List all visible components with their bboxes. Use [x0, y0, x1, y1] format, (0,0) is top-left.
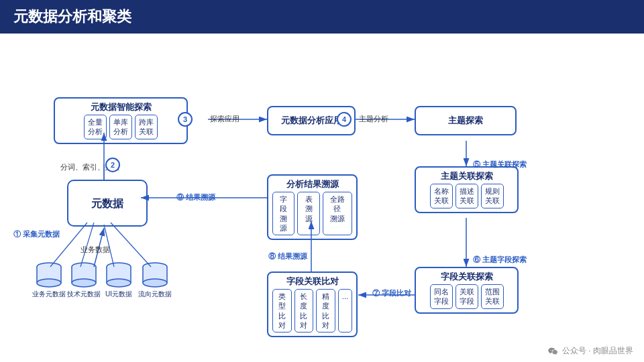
field-related-search-subs: 同名字段 关联字段 范围关联 — [416, 284, 517, 312]
svg-point-19 — [37, 279, 61, 287]
analysis-result-trace-title: 分析结果溯源 — [268, 176, 356, 192]
cylinder-tech-label: 技术元数据 — [67, 290, 101, 299]
svg-point-34 — [143, 279, 167, 287]
sub-range-related: 范围关联 — [481, 284, 504, 309]
topic-related-search-box: 主题关联探索 名称关联 描述关联 规则关联 — [415, 166, 519, 213]
sub-precision-compare: 精度比对 — [316, 289, 335, 333]
cylinder-ui: UI元数据 — [102, 261, 136, 299]
smart-search-subs: 全量分析 单库分析 跨库关联 — [55, 115, 186, 143]
cylinder-tech: 技术元数据 — [67, 261, 101, 299]
analysis-result-trace-subs: 字段溯源 表溯源 全路径溯源 — [268, 192, 356, 239]
sub-table-trace: 表溯源 — [297, 192, 319, 235]
cylinder-business: 业务元数据 — [32, 261, 66, 299]
sub-full-analysis: 全量分析 — [84, 115, 107, 139]
label-result-trace-9: ⑨ 结果溯源 — [176, 192, 215, 202]
field-compare-title: 字段关联比对 — [268, 273, 356, 289]
metadata-title: 元数据 — [87, 194, 127, 213]
svg-line-14 — [111, 223, 151, 267]
field-compare-subs: 类型比对 长度比对 精度比对 ... — [268, 289, 356, 336]
sub-cross-db: 跨库关联 — [135, 115, 158, 139]
metadata-box: 元数据 — [67, 180, 148, 227]
sub-type-compare: 类型比对 — [272, 289, 292, 333]
cylinder-business-label: 业务元数据 — [32, 290, 66, 299]
label-topic-analysis: 主题分析 — [359, 114, 388, 124]
smart-search-box: 元数据智能探索 全量分析 单库分析 跨库关联 — [54, 97, 188, 144]
svg-point-29 — [107, 279, 131, 287]
page-title: 元数据分析和聚类 — [13, 8, 131, 25]
field-compare-box: 字段关联比对 类型比对 长度比对 精度比对 ... — [267, 272, 358, 337]
sub-rule-related: 规则关联 — [481, 184, 504, 208]
main-area: 元数据智能探索 全量分析 单库分析 跨库关联 元数据分析应用 主题探索 主题关联… — [0, 34, 644, 362]
circle-3: 3 — [178, 112, 193, 127]
label-topic-field: ⑥ 主题字段探索 — [473, 255, 527, 265]
sub-length-compare: 长度比对 — [294, 289, 314, 333]
circle-2: 2 — [105, 158, 120, 172]
field-related-search-box: 字段关联探索 同名字段 关联字段 范围关联 — [415, 267, 519, 314]
sub-field-trace: 字段溯源 — [272, 192, 294, 235]
circle-4: 4 — [337, 112, 352, 127]
sub-desc-related: 描述关联 — [455, 184, 478, 208]
topic-search-title: 主题探索 — [444, 115, 487, 127]
footer: 公众号 · 肉眼品世界 — [547, 345, 633, 357]
sub-more: ... — [338, 289, 352, 333]
label-field-compare: ⑦ 字段比对 — [372, 288, 411, 298]
sub-related-field: 关联字段 — [455, 284, 478, 309]
cylinder-ui-label: UI元数据 — [102, 290, 136, 299]
topic-related-search-title: 主题关联探索 — [416, 168, 517, 184]
analysis-result-trace-box: 分析结果溯源 字段溯源 表溯源 全路径溯源 — [267, 174, 358, 240]
svg-point-24 — [72, 279, 96, 287]
cylinder-flow: 流向元数据 — [137, 261, 173, 299]
sub-same-name: 同名字段 — [430, 284, 453, 309]
label-business-data: 业务数据 — [80, 245, 110, 255]
field-related-search-title: 字段关联探索 — [416, 268, 517, 284]
sub-name-related: 名称关联 — [430, 184, 453, 208]
label-topic-related: ⑤ 主题关联探索 — [473, 160, 527, 170]
metadata-analysis-app-title: 元数据分析应用 — [277, 115, 346, 127]
header: 元数据分析和聚类 — [0, 0, 644, 34]
label-collect: ① 采集元数据 — [13, 229, 60, 239]
cylinder-flow-label: 流向元数据 — [137, 290, 173, 299]
label-result-trace-8: ⑧ 结果溯源 — [268, 251, 307, 261]
topic-related-subs: 名称关联 描述关联 规则关联 — [416, 184, 517, 212]
smart-search-title: 元数据智能探索 — [55, 99, 186, 115]
label-explore-app: 探索应用 — [210, 114, 239, 124]
sub-single-db: 单库分析 — [109, 115, 132, 139]
topic-search-box: 主题探索 — [415, 106, 517, 135]
sub-full-path-trace: 全路径溯源 — [323, 192, 352, 235]
footer-text: 公众号 · 肉眼品世界 — [562, 345, 633, 357]
